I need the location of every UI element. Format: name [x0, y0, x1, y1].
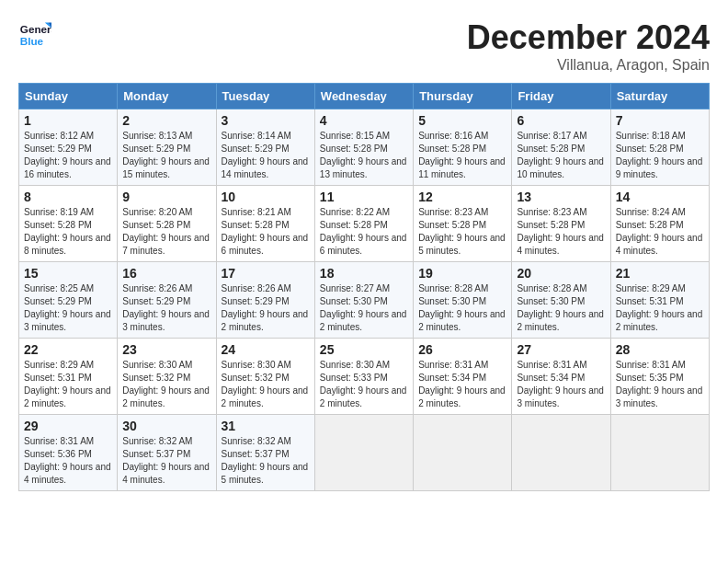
table-row: 30 Sunrise: 8:32 AM Sunset: 5:37 PM Dayl…: [118, 415, 216, 491]
table-row: 27 Sunrise: 8:31 AM Sunset: 5:34 PM Dayl…: [512, 339, 610, 415]
day-number: 17: [222, 266, 310, 281]
day-info: Sunrise: 8:31 AM Sunset: 5:34 PM Dayligh…: [517, 359, 605, 410]
table-row: 10 Sunrise: 8:21 AM Sunset: 5:28 PM Dayl…: [216, 186, 314, 262]
svg-text:General: General: [20, 23, 51, 35]
table-row: 22 Sunrise: 8:29 AM Sunset: 5:31 PM Dayl…: [19, 339, 118, 415]
table-row: 28 Sunrise: 8:31 AM Sunset: 5:35 PM Dayl…: [610, 339, 709, 415]
day-info: Sunrise: 8:21 AM Sunset: 5:28 PM Dayligh…: [222, 206, 310, 258]
page-header: General Blue December 2024 Villanua, Ara…: [18, 18, 710, 74]
col-saturday: Saturday: [610, 84, 709, 109]
svg-text:Blue: Blue: [20, 35, 44, 47]
col-monday: Monday: [118, 84, 216, 109]
day-number: 27: [517, 342, 605, 357]
table-row: 4 Sunrise: 8:15 AM Sunset: 5:28 PM Dayli…: [314, 109, 413, 186]
table-row: 5 Sunrise: 8:16 AM Sunset: 5:28 PM Dayli…: [414, 109, 512, 186]
table-row: 31 Sunrise: 8:32 AM Sunset: 5:37 PM Dayl…: [216, 415, 314, 491]
day-info: Sunrise: 8:30 AM Sunset: 5:33 PM Dayligh…: [320, 359, 408, 410]
table-row: 24 Sunrise: 8:30 AM Sunset: 5:32 PM Dayl…: [216, 339, 314, 415]
calendar-row: 1 Sunrise: 8:12 AM Sunset: 5:29 PM Dayli…: [19, 109, 710, 186]
day-number: 23: [122, 342, 210, 357]
table-row: 25 Sunrise: 8:30 AM Sunset: 5:33 PM Dayl…: [314, 339, 413, 415]
day-info: Sunrise: 8:22 AM Sunset: 5:28 PM Dayligh…: [320, 206, 408, 258]
day-number: 15: [24, 266, 112, 281]
calendar-row: 15 Sunrise: 8:25 AM Sunset: 5:29 PM Dayl…: [19, 262, 710, 339]
day-info: Sunrise: 8:30 AM Sunset: 5:32 PM Dayligh…: [122, 359, 210, 410]
table-row: 29 Sunrise: 8:31 AM Sunset: 5:36 PM Dayl…: [19, 415, 118, 491]
table-row: [414, 415, 512, 491]
table-row: 3 Sunrise: 8:14 AM Sunset: 5:29 PM Dayli…: [216, 109, 314, 186]
day-info: Sunrise: 8:28 AM Sunset: 5:30 PM Dayligh…: [418, 282, 506, 334]
day-number: 7: [616, 113, 704, 128]
col-friday: Friday: [512, 84, 610, 109]
table-row: 11 Sunrise: 8:22 AM Sunset: 5:28 PM Dayl…: [314, 186, 413, 262]
table-row: 12 Sunrise: 8:23 AM Sunset: 5:28 PM Dayl…: [414, 186, 512, 262]
table-row: 26 Sunrise: 8:31 AM Sunset: 5:34 PM Dayl…: [414, 339, 512, 415]
col-sunday: Sunday: [19, 84, 118, 109]
day-number: 26: [418, 342, 506, 357]
day-number: 30: [122, 419, 210, 433]
day-info: Sunrise: 8:31 AM Sunset: 5:35 PM Dayligh…: [616, 359, 704, 410]
day-info: Sunrise: 8:29 AM Sunset: 5:31 PM Dayligh…: [24, 359, 112, 410]
day-info: Sunrise: 8:19 AM Sunset: 5:28 PM Dayligh…: [24, 206, 112, 258]
calendar-row: 22 Sunrise: 8:29 AM Sunset: 5:31 PM Dayl…: [19, 339, 710, 415]
day-number: 19: [418, 266, 506, 281]
day-number: 13: [517, 190, 605, 204]
table-row: 17 Sunrise: 8:26 AM Sunset: 5:29 PM Dayl…: [216, 262, 314, 339]
table-row: 7 Sunrise: 8:18 AM Sunset: 5:28 PM Dayli…: [610, 109, 709, 186]
day-number: 16: [122, 266, 210, 281]
day-info: Sunrise: 8:31 AM Sunset: 5:36 PM Dayligh…: [24, 435, 112, 487]
table-row: [512, 415, 610, 491]
month-title: December 2024: [467, 18, 710, 57]
logo-icon: General Blue: [18, 18, 51, 52]
day-number: 1: [24, 113, 112, 128]
weekday-header-row: Sunday Monday Tuesday Wednesday Thursday…: [19, 84, 710, 109]
day-info: Sunrise: 8:29 AM Sunset: 5:31 PM Dayligh…: [616, 282, 704, 334]
day-number: 6: [517, 113, 605, 128]
col-tuesday: Tuesday: [216, 84, 314, 109]
day-number: 21: [616, 266, 704, 281]
table-row: 18 Sunrise: 8:27 AM Sunset: 5:30 PM Dayl…: [314, 262, 413, 339]
title-section: December 2024 Villanua, Aragon, Spain: [467, 18, 710, 74]
table-row: 16 Sunrise: 8:26 AM Sunset: 5:29 PM Dayl…: [118, 262, 216, 339]
day-number: 4: [320, 113, 408, 128]
table-row: 20 Sunrise: 8:28 AM Sunset: 5:30 PM Dayl…: [512, 262, 610, 339]
day-number: 29: [24, 419, 112, 433]
day-info: Sunrise: 8:32 AM Sunset: 5:37 PM Dayligh…: [222, 435, 310, 487]
table-row: [610, 415, 709, 491]
day-info: Sunrise: 8:23 AM Sunset: 5:28 PM Dayligh…: [418, 206, 506, 258]
day-number: 22: [24, 342, 112, 357]
day-info: Sunrise: 8:12 AM Sunset: 5:29 PM Dayligh…: [24, 130, 112, 181]
day-info: Sunrise: 8:17 AM Sunset: 5:28 PM Dayligh…: [517, 130, 605, 181]
day-info: Sunrise: 8:23 AM Sunset: 5:28 PM Dayligh…: [517, 206, 605, 258]
table-row: 23 Sunrise: 8:30 AM Sunset: 5:32 PM Dayl…: [118, 339, 216, 415]
day-info: Sunrise: 8:25 AM Sunset: 5:29 PM Dayligh…: [24, 282, 112, 334]
calendar-row: 29 Sunrise: 8:31 AM Sunset: 5:36 PM Dayl…: [19, 415, 710, 491]
day-info: Sunrise: 8:15 AM Sunset: 5:28 PM Dayligh…: [320, 130, 408, 181]
day-number: 28: [616, 342, 704, 357]
day-info: Sunrise: 8:26 AM Sunset: 5:29 PM Dayligh…: [122, 282, 210, 334]
day-number: 25: [320, 342, 408, 357]
day-number: 5: [418, 113, 506, 128]
table-row: 21 Sunrise: 8:29 AM Sunset: 5:31 PM Dayl…: [610, 262, 709, 339]
day-number: 11: [320, 190, 408, 204]
day-info: Sunrise: 8:27 AM Sunset: 5:30 PM Dayligh…: [320, 282, 408, 334]
location-subtitle: Villanua, Aragon, Spain: [467, 57, 710, 74]
day-number: 8: [24, 190, 112, 204]
table-row: 19 Sunrise: 8:28 AM Sunset: 5:30 PM Dayl…: [414, 262, 512, 339]
day-info: Sunrise: 8:24 AM Sunset: 5:28 PM Dayligh…: [616, 206, 704, 258]
day-number: 20: [517, 266, 605, 281]
calendar-table: Sunday Monday Tuesday Wednesday Thursday…: [18, 83, 710, 491]
day-number: 12: [418, 190, 506, 204]
col-thursday: Thursday: [414, 84, 512, 109]
table-row: 1 Sunrise: 8:12 AM Sunset: 5:29 PM Dayli…: [19, 109, 118, 186]
table-row: 14 Sunrise: 8:24 AM Sunset: 5:28 PM Dayl…: [610, 186, 709, 262]
day-number: 2: [122, 113, 210, 128]
day-number: 14: [616, 190, 704, 204]
table-row: 15 Sunrise: 8:25 AM Sunset: 5:29 PM Dayl…: [19, 262, 118, 339]
table-row: 13 Sunrise: 8:23 AM Sunset: 5:28 PM Dayl…: [512, 186, 610, 262]
table-row: 8 Sunrise: 8:19 AM Sunset: 5:28 PM Dayli…: [19, 186, 118, 262]
logo: General Blue: [18, 18, 51, 52]
day-number: 9: [122, 190, 210, 204]
table-row: 9 Sunrise: 8:20 AM Sunset: 5:28 PM Dayli…: [118, 186, 216, 262]
table-row: [314, 415, 413, 491]
